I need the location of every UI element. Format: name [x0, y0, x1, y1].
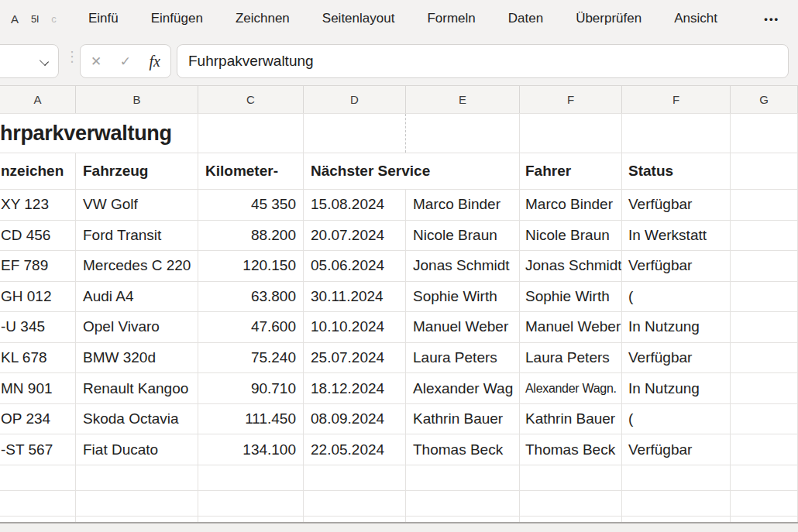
- cancel-icon[interactable]: ✕: [91, 53, 101, 70]
- formula-input[interactable]: [177, 53, 788, 70]
- cell-empty[interactable]: [731, 153, 798, 189]
- cell-empty[interactable]: [304, 517, 406, 522]
- column-header-f[interactable]: F: [520, 86, 622, 113]
- cell-kilometer[interactable]: 47.600: [198, 312, 304, 342]
- cell-service[interactable]: 10.10.2024: [304, 312, 406, 342]
- cell-empty[interactable]: [731, 373, 798, 403]
- cell-kennzeichen[interactable]: KL 678: [0, 343, 76, 373]
- column-header-g[interactable]: G: [731, 86, 798, 113]
- column-header-b[interactable]: B: [76, 86, 198, 113]
- cell-empty[interactable]: [731, 517, 798, 522]
- cell-fahrer-e[interactable]: Sophie Wirth: [406, 282, 520, 312]
- tab-einf[interactable]: Einfü: [88, 11, 119, 26]
- cell-fahrer-e[interactable]: Laura Peters: [406, 343, 520, 373]
- cell-kilometer[interactable]: 63.800: [198, 282, 304, 312]
- cell-empty[interactable]: [198, 114, 304, 153]
- cell-kennzeichen[interactable]: EF 789: [0, 251, 76, 281]
- cell-empty[interactable]: [731, 465, 798, 490]
- fx-icon[interactable]: fx: [150, 53, 160, 70]
- cell-fahrer-e[interactable]: Thomas Beck: [406, 434, 520, 465]
- cell-status[interactable]: In Nutzung: [622, 373, 731, 403]
- cell-empty[interactable]: [622, 465, 731, 490]
- cell-service[interactable]: 30.11.2024: [304, 282, 406, 312]
- cell-service[interactable]: 20.07.2024: [304, 221, 406, 251]
- cell-kennzeichen[interactable]: OP 234: [0, 404, 76, 434]
- cell-fahrer-f[interactable]: Sophie Wirth: [520, 282, 622, 312]
- cell-empty[interactable]: [198, 491, 304, 516]
- cell-empty[interactable]: [731, 434, 798, 465]
- cell-fahrer-f[interactable]: Laura Peters: [520, 343, 622, 373]
- cell-kilometer[interactable]: 134.100: [198, 434, 304, 465]
- cell-fahrzeug[interactable]: Fiat Ducato: [76, 434, 198, 465]
- cell-empty[interactable]: [76, 491, 198, 516]
- cell-kilometer[interactable]: 120.150: [198, 251, 304, 281]
- cell-kennzeichen[interactable]: GH 012: [0, 282, 76, 312]
- cell-kennzeichen[interactable]: CD 456: [0, 221, 76, 251]
- cell-service[interactable]: 08.09.2024: [304, 404, 406, 434]
- cell-empty[interactable]: [198, 517, 304, 522]
- cell-status[interactable]: (: [622, 282, 731, 312]
- cell-fahrer-e[interactable]: Alexander Wag: [406, 373, 520, 403]
- tab-berprfen[interactable]: Überprüfen: [576, 11, 641, 26]
- font-a-icon[interactable]: A: [11, 12, 19, 26]
- cell-fahrer-e[interactable]: Jonas Schmidt: [406, 251, 520, 281]
- confirm-icon[interactable]: ✓: [120, 53, 131, 70]
- cell-empty[interactable]: [406, 465, 520, 490]
- cell-fahrer-e[interactable]: Nicole Braun: [406, 221, 520, 251]
- cell-fahrzeug[interactable]: Ford Transit: [76, 221, 198, 251]
- cell-status[interactable]: In Werkstatt: [622, 221, 731, 251]
- cell-empty[interactable]: [731, 114, 798, 153]
- header-fahrzeug[interactable]: Fahrzeug: [76, 153, 198, 189]
- cell-empty[interactable]: [520, 114, 622, 153]
- tab-zeichnen[interactable]: Zeichnen: [236, 11, 290, 26]
- cell-kennzeichen[interactable]: MN 901: [0, 373, 76, 403]
- undo-icon[interactable]: 5l: [31, 13, 39, 25]
- cell-service[interactable]: 22.05.2024: [304, 434, 406, 465]
- cell-service[interactable]: 15.08.2024: [304, 190, 406, 220]
- cell-fahrzeug[interactable]: Renault Kangoo: [76, 373, 198, 403]
- cell-empty[interactable]: [622, 114, 731, 153]
- cell-service[interactable]: 18.12.2024: [304, 373, 406, 403]
- cell-fahrer-f[interactable]: Nicole Braun: [520, 221, 622, 251]
- cell-fahrer-f[interactable]: Alexander Wagn.: [520, 373, 622, 403]
- cell-empty[interactable]: [304, 491, 406, 516]
- cell-empty[interactable]: [731, 491, 798, 516]
- cell-fahrzeug[interactable]: Opel Vivaro: [76, 312, 198, 342]
- name-box[interactable]: [0, 44, 59, 78]
- cell-empty[interactable]: [0, 465, 76, 490]
- cell-empty[interactable]: [198, 465, 304, 490]
- cell-empty[interactable]: [0, 491, 76, 516]
- cell-fahrer-f[interactable]: Thomas Beck: [520, 434, 622, 465]
- cell-fahrzeug[interactable]: BMW 320d: [76, 343, 198, 373]
- cell-title[interactable]: hrparkverwaltung: [0, 114, 198, 153]
- cell-kilometer[interactable]: 75.240: [198, 343, 304, 373]
- cell-kilometer[interactable]: 111.450: [198, 404, 304, 434]
- cell-status[interactable]: Verfügbar: [622, 343, 731, 373]
- column-header-c[interactable]: C: [198, 86, 304, 113]
- cell-service[interactable]: 25.07.2024: [304, 343, 406, 373]
- cell-empty[interactable]: [731, 251, 798, 281]
- column-header-e[interactable]: E: [406, 86, 520, 113]
- header-kilometer[interactable]: Kilometer-: [198, 153, 304, 189]
- redo-icon[interactable]: c: [51, 13, 57, 25]
- cell-empty[interactable]: [520, 491, 622, 516]
- column-header-a[interactable]: A: [0, 86, 76, 113]
- cell-empty[interactable]: [520, 465, 622, 490]
- cell-fahrer-e[interactable]: Kathrin Bauer: [406, 404, 520, 434]
- cell-kennzeichen[interactable]: -U 345: [0, 312, 76, 342]
- tab-seitenlayout[interactable]: Seitenlayout: [322, 11, 395, 26]
- header-status[interactable]: Status: [622, 153, 731, 189]
- column-header-f[interactable]: F: [622, 86, 731, 113]
- cell-fahrer-f[interactable]: Manuel Weber: [520, 312, 622, 342]
- tab-daten[interactable]: Daten: [508, 11, 543, 26]
- header-kennzeichen[interactable]: nzeichen: [0, 153, 76, 189]
- cell-empty[interactable]: [304, 465, 406, 490]
- header-fahrer[interactable]: Fahrer: [520, 153, 622, 189]
- cell-status[interactable]: Verfügbar: [622, 434, 731, 465]
- chevron-down-icon[interactable]: [40, 57, 49, 66]
- cell-kilometer[interactable]: 88.200: [198, 221, 304, 251]
- column-header-d[interactable]: D: [304, 86, 406, 113]
- cell-status[interactable]: In Nutzung: [622, 312, 731, 342]
- cell-empty[interactable]: [304, 114, 406, 153]
- cell-kennzeichen[interactable]: XY 123: [0, 190, 76, 220]
